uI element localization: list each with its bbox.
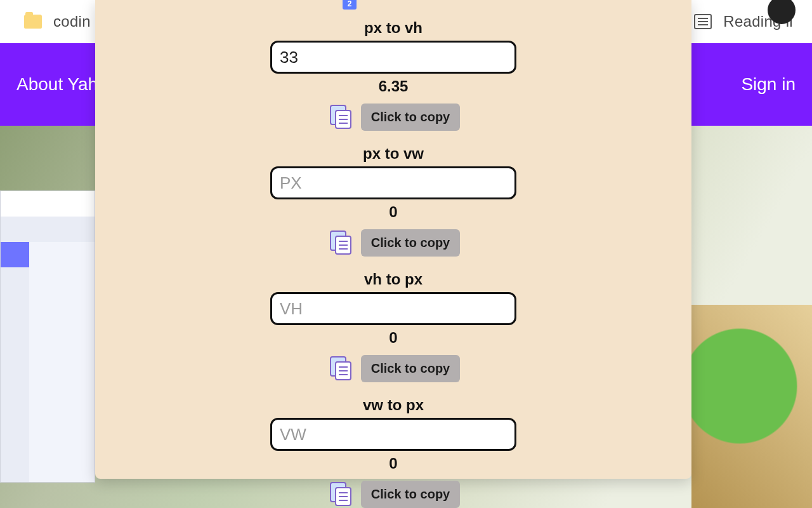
folder-icon [24, 15, 42, 29]
background-plant-right [691, 305, 812, 508]
px-to-vw-result: 0 [389, 203, 397, 221]
converter-popup: px to vh 6.35 Click to copy px to vw 0 [95, 0, 691, 479]
vw-to-px-input[interactable] [270, 418, 516, 451]
vw-to-px-result: 0 [389, 455, 397, 472]
converter-title: px to vh [364, 19, 422, 37]
clipboard-icon [327, 103, 355, 131]
converter-title: vw to px [363, 396, 424, 414]
converter-px-to-vw: px to vw 0 Click to copy [95, 145, 691, 265]
tab-count-badge: 2 [343, 0, 357, 10]
clipboard-icon [327, 480, 355, 508]
bookmark-item-coding[interactable]: codin [53, 13, 91, 30]
reading-list-icon [694, 14, 712, 29]
px-to-vh-input[interactable] [270, 41, 516, 74]
converter-px-to-vh: px to vh 6.35 Click to copy [95, 19, 691, 140]
clipboard-icon [327, 354, 355, 382]
converter-title: px to vw [363, 145, 424, 163]
copy-button[interactable]: Click to copy [361, 355, 460, 382]
sign-in-link[interactable]: Sign in [741, 74, 796, 95]
px-to-vw-input[interactable] [270, 166, 516, 199]
converter-vh-to-px: vh to px 0 Click to copy [95, 271, 691, 391]
background-screenshot-left [0, 190, 95, 483]
px-to-vh-result: 6.35 [379, 77, 409, 95]
converter-vw-to-px: vw to px 0 Click to copy [95, 396, 691, 508]
vh-to-px-result: 0 [389, 329, 397, 347]
clipboard-icon [327, 229, 355, 257]
copy-button[interactable]: Click to copy [361, 229, 460, 257]
about-link[interactable]: About Yah [16, 74, 98, 95]
converter-title: vh to px [364, 271, 422, 288]
copy-button[interactable]: Click to copy [361, 481, 460, 508]
copy-button[interactable]: Click to copy [361, 104, 460, 131]
vh-to-px-input[interactable] [270, 292, 516, 325]
